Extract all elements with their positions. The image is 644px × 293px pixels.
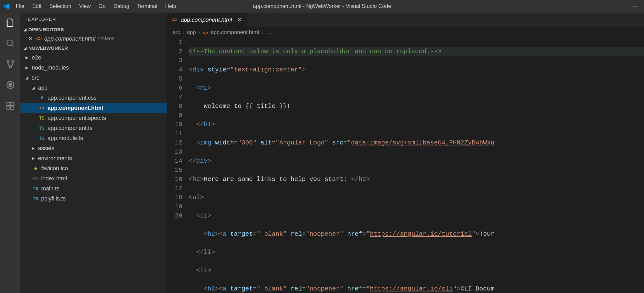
- editor-tabs: <> app.component.html ✕: [167, 13, 644, 27]
- line-number: 8: [167, 102, 182, 111]
- menu-file[interactable]: File: [16, 3, 24, 9]
- editor-tab[interactable]: <> app.component.html ✕: [167, 13, 247, 27]
- ts-spec-file-icon: TS: [38, 116, 46, 121]
- menu-edit[interactable]: Edit: [32, 3, 41, 9]
- tree-item-label: e2e: [32, 54, 41, 61]
- tree-item-label: environments: [38, 155, 72, 162]
- open-editor-item[interactable]: ✕ <> app.component.html src\app: [20, 34, 167, 43]
- file-item[interactable]: TSapp.module.ts: [20, 133, 167, 143]
- tree-item-label: favicon.ico: [41, 165, 68, 172]
- chevron-right-icon: ›: [198, 29, 200, 36]
- html-file-icon: <>: [203, 30, 208, 35]
- html-file-icon: <>: [172, 17, 178, 23]
- menu-go[interactable]: Go: [98, 3, 106, 9]
- line-number: 10: [167, 120, 182, 129]
- line-number: 3: [167, 56, 182, 65]
- line-number: 11: [167, 129, 182, 138]
- line-number: 9: [167, 111, 182, 120]
- html-file-icon: <>: [36, 36, 42, 42]
- breadcrumb-seg[interactable]: app: [187, 29, 196, 36]
- folder-item[interactable]: ▶e2e: [20, 53, 167, 63]
- line-number: 5: [167, 74, 182, 83]
- line-number: 4: [167, 65, 182, 74]
- ts-file-icon: TS: [38, 126, 46, 131]
- open-editor-path: src\app: [98, 36, 114, 42]
- breadcrumb[interactable]: src › app › <> app.component.html › …: [167, 27, 644, 38]
- extensions-icon[interactable]: [5, 100, 16, 111]
- html-file-icon: <>: [38, 105, 46, 110]
- file-item[interactable]: TSapp.component.spec.ts: [20, 113, 167, 123]
- ts-file-icon: TS: [38, 136, 46, 141]
- chevron-icon: ▶: [25, 65, 31, 70]
- chevron-icon: ◢: [32, 86, 37, 90]
- window-title: app.component.html - NgWebWorker - Visua…: [253, 3, 391, 9]
- tree-item-label: node_modules: [32, 65, 69, 71]
- menu-selection[interactable]: Selection: [49, 3, 71, 9]
- breadcrumb-seg[interactable]: app.component.html: [211, 29, 259, 36]
- chevron-down-icon: ◢: [24, 46, 26, 50]
- project-header[interactable]: ◢ NGWEBWORKER: [20, 43, 167, 53]
- source-control-icon[interactable]: [5, 59, 16, 70]
- folder-item[interactable]: ◢src: [20, 73, 167, 83]
- favicon-icon: ★: [32, 166, 39, 171]
- file-item[interactable]: TSpolyfills.ts: [20, 194, 167, 204]
- tree-item-label: assets: [38, 145, 54, 152]
- tree-item-label: app.component.css: [47, 95, 97, 101]
- menu-debug[interactable]: Debug: [114, 3, 129, 9]
- file-item[interactable]: ★favicon.ico: [20, 163, 167, 173]
- chevron-icon: ▶: [32, 156, 37, 161]
- debug-icon[interactable]: [5, 80, 16, 90]
- css-file-icon: #: [38, 95, 46, 100]
- svg-point-2: [12, 60, 14, 62]
- breadcrumb-more[interactable]: …: [266, 29, 271, 36]
- line-number: 20: [167, 211, 182, 220]
- line-number: 19: [167, 202, 182, 211]
- search-icon[interactable]: [5, 38, 16, 49]
- chevron-right-icon: ›: [183, 29, 185, 36]
- chevron-icon: ◢: [25, 76, 31, 80]
- tree-item-label: app: [38, 85, 47, 91]
- chevron-icon: ▶: [32, 146, 37, 150]
- file-item[interactable]: <>index.html: [20, 173, 167, 183]
- folder-item[interactable]: ▶assets: [20, 143, 167, 153]
- tree-item-label: app.component.ts: [47, 125, 92, 132]
- file-item[interactable]: TSmain.ts: [20, 183, 167, 194]
- line-number: 17: [167, 184, 182, 193]
- menu-terminal[interactable]: Terminal: [137, 3, 157, 9]
- window-minimize-icon[interactable]: —: [631, 3, 638, 10]
- file-item[interactable]: <>app.component.html: [20, 103, 167, 113]
- tree-item-label: main.ts: [41, 185, 59, 192]
- explorer-title: EXPLORER: [20, 13, 167, 25]
- activity-bar: [0, 13, 20, 293]
- line-number: 15: [167, 166, 182, 175]
- svg-rect-9: [11, 106, 14, 109]
- tree-item-label: app.module.ts: [47, 135, 83, 142]
- menu-view[interactable]: View: [79, 3, 91, 9]
- code-content[interactable]: <!--The content below is only a placehol…: [189, 38, 644, 293]
- titlebar: File Edit Selection View Go Debug Termin…: [0, 0, 644, 13]
- folder-item[interactable]: ▶environments: [20, 153, 167, 163]
- chevron-icon: ▶: [25, 55, 31, 60]
- explorer-icon[interactable]: [5, 17, 16, 28]
- chevron-right-icon: ›: [262, 29, 264, 36]
- open-editors-header[interactable]: ◢ OPEN EDITORS: [20, 25, 167, 34]
- line-number: 1: [167, 38, 182, 47]
- sidebar-explorer: EXPLORER ◢ OPEN EDITORS ✕ <> app.compone…: [20, 13, 167, 293]
- svg-rect-8: [7, 106, 10, 109]
- menu-help[interactable]: Help: [165, 3, 176, 9]
- folder-item[interactable]: ▶node_modules: [20, 63, 167, 73]
- code-editor[interactable]: 1234567891011121314151617181920 <!--The …: [167, 38, 644, 293]
- close-icon[interactable]: ✕: [28, 35, 33, 42]
- editor-group: <> app.component.html ✕ src › app › <> a…: [167, 13, 644, 293]
- html-file-icon: <>: [32, 176, 39, 181]
- svg-point-0: [7, 40, 12, 46]
- file-item[interactable]: TSapp.component.ts: [20, 123, 167, 133]
- folder-item[interactable]: ◢app: [20, 83, 167, 93]
- tree-item-label: src: [32, 75, 39, 81]
- svg-rect-7: [11, 102, 14, 105]
- close-icon[interactable]: ✕: [237, 16, 242, 23]
- file-tree: ▶e2e▶node_modules◢src◢app#app.component.…: [20, 53, 167, 204]
- file-item[interactable]: #app.component.css: [20, 93, 167, 103]
- tree-item-label: index.html: [41, 175, 67, 182]
- breadcrumb-seg[interactable]: src: [173, 29, 180, 36]
